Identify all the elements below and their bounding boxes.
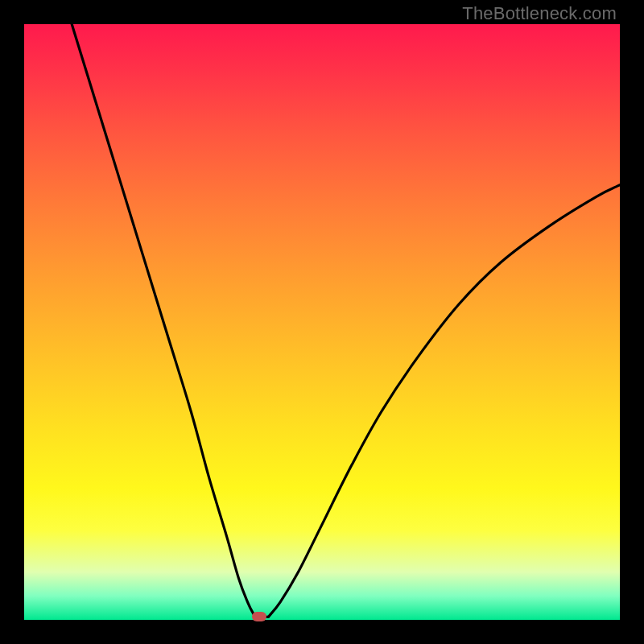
- watermark-text: TheBottleneck.com: [462, 3, 617, 24]
- optimum-marker: [252, 612, 266, 621]
- chart-frame: TheBottleneck.com: [0, 0, 644, 644]
- curve-right-branch: [268, 185, 620, 617]
- curve-layer: [24, 24, 620, 620]
- curve-left-branch: [72, 24, 256, 617]
- plot-area: [24, 24, 620, 620]
